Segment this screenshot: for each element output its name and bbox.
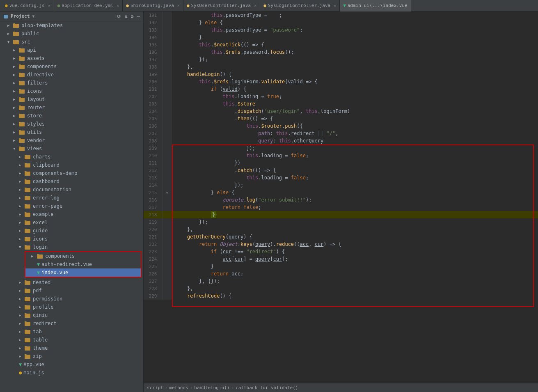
tree-item-zip[interactable]: ▶ zip (0, 352, 143, 360)
code-line-219[interactable]: 219 }); (144, 218, 538, 226)
code-line-224[interactable]: 224 acc[cur] = query[cur]; (144, 255, 538, 263)
tree-item-utils[interactable]: ▶ utils (0, 128, 143, 136)
tab-vue-config[interactable]: ● vue.config.js ✕ (2, 0, 54, 11)
code-line-191[interactable]: 191 this.passwordType = ; (144, 11, 538, 19)
tree-item-table[interactable]: ▶ table (0, 336, 143, 344)
tree-item-qiniu[interactable]: ▶ qiniu (0, 311, 143, 319)
tab-close-1[interactable]: ✕ (117, 3, 119, 8)
tree-item-layout[interactable]: ▶ layout (0, 95, 143, 103)
code-line-197[interactable]: 197 }); (144, 56, 538, 63)
code-line-214[interactable]: 214 }); (144, 181, 538, 189)
tree-item-error-page[interactable]: ▶ error-page (0, 202, 143, 210)
code-line-206[interactable]: 206 this.$router.push({ (144, 122, 538, 130)
code-line-223[interactable]: 223 if (cur !== "redirect") { (144, 248, 538, 255)
tab-shiro-config[interactable]: ● ShiroConfig.java ✕ (123, 0, 183, 11)
tab-close-3[interactable]: ✕ (254, 3, 256, 8)
code-line-216[interactable]: 216 console.log("error submit!!"); (144, 196, 538, 204)
tab-close-4[interactable]: ✕ (334, 3, 336, 8)
code-line-209[interactable]: 209 }); (144, 144, 538, 152)
close-sidebar-icon[interactable]: — (137, 14, 140, 19)
tab-index-vue[interactable]: ▼ admin-ui\...\index.vue (340, 0, 411, 11)
code-line-200[interactable]: 200 this.$refs.loginForm.validate(valid … (144, 78, 538, 85)
tree-item-directive[interactable]: ▶ directive (0, 71, 143, 79)
code-line-212[interactable]: 212 .catch(() => { (144, 167, 538, 174)
breadcrumb-handlelogin: handleLogin() (194, 385, 229, 390)
tree-item-charts[interactable]: ▶ charts (0, 153, 143, 161)
tree-item-auth-redirect[interactable]: ▼ auth-redirect.vue (25, 260, 141, 268)
code-line-201[interactable]: 201 if (valid) { (144, 85, 538, 93)
code-line-220[interactable]: 220 }, (144, 226, 538, 233)
tree-item-documentation[interactable]: ▶ documentation (0, 186, 143, 194)
code-line-193[interactable]: 193 this.passwordType = "password"; (144, 26, 538, 34)
tree-item-components-demo[interactable]: ▶ components-demo (0, 169, 143, 177)
code-scroll-area[interactable]: 191 this.passwordType = ; 192 } else { (144, 11, 538, 383)
tab-close-0[interactable]: ✕ (48, 3, 50, 8)
tree-item-icons2[interactable]: ▶ icons (0, 235, 143, 243)
code-line-226[interactable]: 226 return acc; (144, 270, 538, 277)
tree-item-login[interactable]: ▼ login (0, 243, 143, 251)
code-line-229[interactable]: 229 refreshCode() { (144, 292, 538, 300)
tab-sys-login-controller[interactable]: ● SysLoginController.java ✕ (260, 0, 340, 11)
code-line-204[interactable]: 204 .dispatch("user/login", this.loginFo… (144, 108, 538, 115)
code-line-217[interactable]: 217 return false; (144, 204, 538, 211)
tree-item-guide[interactable]: ▶ guide (0, 227, 143, 235)
code-line-215[interactable]: 215 ▼ } else { (144, 189, 538, 196)
tree-item-components[interactable]: ▶ components (0, 62, 143, 71)
tree-item-theme[interactable]: ▶ theme (0, 344, 143, 352)
tree-item-pdf[interactable]: ▶ pdf (0, 287, 143, 295)
tree-item-filters[interactable]: ▶ filters (0, 79, 143, 87)
code-line-203[interactable]: 203 this.$store (144, 100, 538, 108)
tree-item-api[interactable]: ▶ api (0, 46, 143, 54)
code-line-227[interactable]: 227 }, {}); (144, 277, 538, 285)
tree-item-router[interactable]: ▶ router (0, 103, 143, 112)
tree-item-redirect[interactable]: ▶ redirect (0, 319, 143, 328)
settings-icon[interactable]: ⚙ (131, 14, 134, 19)
code-line-225[interactable]: 225 } (144, 263, 538, 270)
code-line-210[interactable]: 210 this.loading = false; (144, 152, 538, 159)
tree-item-login-components[interactable]: ▶ components (25, 252, 141, 260)
code-line-207[interactable]: 207 path: this.redirect || "/", (144, 130, 538, 137)
code-line-199[interactable]: 199 handleLogin() { (144, 71, 538, 78)
code-line-198[interactable]: 198 }, (144, 63, 538, 71)
tree-item-src[interactable]: ▼ src (0, 38, 143, 46)
code-line-213[interactable]: 213 this.loading = false; (144, 174, 538, 181)
tree-item-nested[interactable]: ▶ nested (0, 278, 143, 287)
tree-item-permission[interactable]: ▶ permission (0, 295, 143, 303)
tab-close-2[interactable]: ✕ (177, 3, 180, 8)
code-line-222[interactable]: 222 return Object.keys(query).reduce((ac… (144, 241, 538, 248)
code-line-208[interactable]: 208 query: this.otherQuery (144, 137, 538, 144)
code-line-202[interactable]: 202 this.loading = true; (144, 93, 538, 100)
code-line-211[interactable]: 211 }) (144, 159, 538, 167)
tree-item-views[interactable]: ▼ views (0, 144, 143, 153)
tree-item-public[interactable]: ▶ public (0, 30, 143, 38)
tree-item-main-js[interactable]: ● main.js (0, 369, 143, 377)
tree-item-clipboard[interactable]: ▶ clipboard (0, 161, 143, 169)
tree-item-assets[interactable]: ▶ assets (0, 54, 143, 62)
tree-item-dashboard[interactable]: ▶ dashboard (0, 177, 143, 186)
tree-item-plop[interactable]: ▶ plop-templates (0, 21, 143, 30)
tree-item-app-vue[interactable]: ▼ App.vue (0, 360, 143, 369)
code-line-192[interactable]: 192 } else { (144, 19, 538, 26)
code-line-195[interactable]: 195 this.$nextTick(() => { (144, 41, 538, 48)
tab-sys-user-controller[interactable]: ● SysUserController.java ✕ (183, 0, 260, 11)
tree-item-vendor[interactable]: ▶ vendor (0, 136, 143, 144)
sync-icon[interactable]: ⟳ (117, 14, 121, 19)
tree-item-error-log[interactable]: ▶ error-log (0, 194, 143, 202)
tree-item-example[interactable]: ▶ example (0, 210, 143, 218)
tree-item-tab[interactable]: ▶ tab (0, 328, 143, 336)
tree-item-profile[interactable]: ▶ profile (0, 303, 143, 311)
code-line-194[interactable]: 194 } (144, 34, 538, 41)
tab-application-dev[interactable]: ● application-dev.yml ✕ (54, 0, 123, 11)
tree-item-store[interactable]: ▶ store (0, 112, 143, 120)
code-line-228[interactable]: 228 }, (144, 285, 538, 292)
breadcrumb-methods: methods (169, 385, 188, 390)
tree-item-styles[interactable]: ▶ styles (0, 120, 143, 128)
code-line-205[interactable]: 205 .then(() => { (144, 115, 538, 122)
expand-icon[interactable]: ⇅ (124, 14, 127, 19)
code-line-221[interactable]: 221 getOtherQuery(query) { (144, 233, 538, 241)
tree-item-icons[interactable]: ▶ icons (0, 87, 143, 95)
code-line-218[interactable]: 218 } (144, 211, 538, 218)
code-line-196[interactable]: 196 this.$refs.password.focus(); (144, 48, 538, 56)
tree-item-index-vue[interactable]: ▼ index.vue (25, 268, 141, 277)
tree-item-excel[interactable]: ▶ excel (0, 218, 143, 227)
